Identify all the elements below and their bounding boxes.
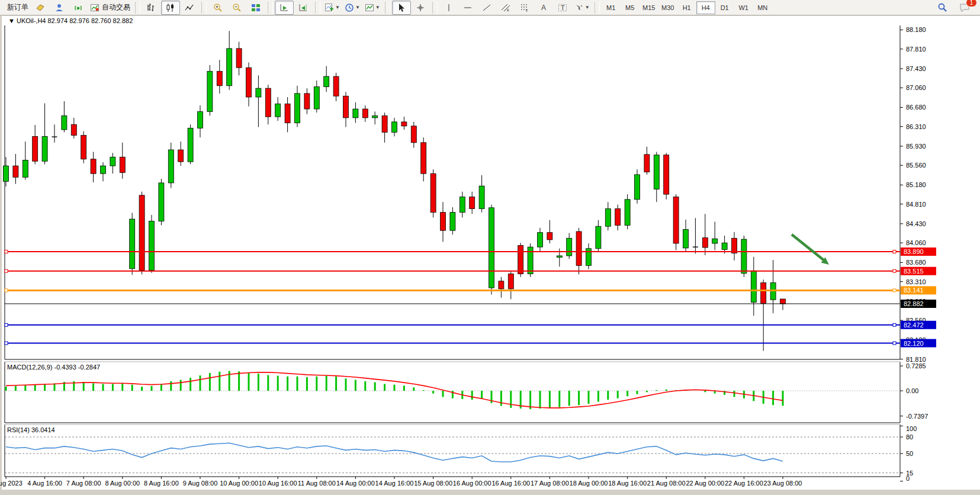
autotrading-button[interactable]: 自动交易: [88, 1, 133, 15]
search-icon[interactable]: [933, 1, 952, 15]
price-tick-label: 88.180: [906, 26, 926, 33]
periods-button[interactable]: ▼: [342, 1, 362, 15]
line-handle[interactable]: [893, 342, 896, 345]
candle: [761, 282, 766, 303]
candle: [101, 166, 106, 173]
line-handle[interactable]: [893, 323, 896, 326]
candle: [314, 87, 319, 110]
candle: [13, 166, 18, 177]
tf-MN-button[interactable]: MN: [753, 1, 772, 14]
cursor-button[interactable]: [392, 1, 411, 15]
candle: [615, 209, 621, 226]
candles-chart-button[interactable]: [161, 1, 180, 15]
macd-label: MACD(12,26,9) -0.4393 -0.2847: [7, 364, 100, 371]
line-handle[interactable]: [5, 289, 8, 292]
candle: [751, 271, 756, 302]
tf-M15-button[interactable]: M15: [640, 1, 658, 14]
time-tick-label: 16 Aug 16:00: [491, 480, 530, 487]
candle: [625, 200, 630, 226]
signals-icon[interactable]: [69, 1, 88, 15]
line-handle[interactable]: [5, 323, 8, 326]
arrows-button[interactable]: ▼: [572, 1, 592, 15]
line-handle[interactable]: [5, 269, 8, 272]
toolbar-separator: [201, 2, 207, 14]
time-tick-label: 14 Aug 00:00: [336, 480, 375, 487]
candle: [81, 136, 86, 159]
horizontal-line-button[interactable]: [458, 1, 477, 15]
time-tick-label: 15 Aug 08:00: [414, 480, 452, 487]
tf-W1-button[interactable]: W1: [734, 1, 753, 14]
line-handle[interactable]: [893, 269, 896, 272]
market-icon[interactable]: [31, 1, 50, 15]
candle: [333, 76, 339, 96]
candle: [149, 221, 155, 270]
time-tick-label: 10 Aug 16:00: [259, 480, 297, 487]
tile-windows-button[interactable]: [246, 1, 265, 15]
line-handle[interactable]: [893, 289, 896, 292]
price-tick-label: 84.430: [906, 220, 926, 227]
equidistant-channel-button[interactable]: E: [496, 1, 515, 15]
candle: [392, 122, 397, 132]
price-tick-label: 83.310: [906, 278, 926, 285]
chart-canvas[interactable]: ▼ UKOil-,H4 82.974 82.976 82.760 82.8828…: [0, 16, 980, 495]
new-order-button[interactable]: 新订单: [2, 1, 31, 15]
candle: [139, 195, 144, 271]
zoom-in-button[interactable]: [208, 1, 227, 15]
vertical-line-button[interactable]: [439, 1, 458, 15]
line-handle[interactable]: [5, 342, 8, 345]
text-button[interactable]: A: [534, 1, 553, 15]
candle: [120, 157, 125, 172]
price-badge-label: 83.890: [904, 248, 924, 255]
candle: [460, 197, 465, 212]
rsi-axis-label: 0: [906, 475, 910, 482]
candle: [430, 173, 436, 212]
candle: [198, 111, 203, 128]
price-tick-label: 87.060: [906, 84, 926, 91]
svg-text:A: A: [541, 4, 546, 12]
time-tick-label: 8 Aug 00:00: [105, 480, 140, 487]
candle: [441, 213, 446, 231]
tf-M30-button[interactable]: M30: [658, 1, 677, 14]
line-handle[interactable]: [893, 250, 896, 253]
time-tick-label: 11 Aug 08:00: [298, 480, 336, 487]
time-tick-label: 4 Aug 16:00: [27, 480, 62, 487]
tf-D1-button[interactable]: D1: [715, 1, 734, 14]
trendline-button[interactable]: [477, 1, 496, 15]
candle: [159, 183, 164, 221]
candle: [528, 247, 533, 274]
macd-axis-label: 0.00: [906, 387, 918, 394]
candle: [265, 88, 271, 117]
line-chart-button[interactable]: [180, 1, 199, 15]
tf-H1-button[interactable]: H1: [677, 1, 696, 14]
fibonacci-button[interactable]: F: [515, 1, 534, 15]
auto-scroll-button[interactable]: [275, 1, 294, 15]
new-chart-button[interactable]: ▼: [322, 1, 342, 15]
crosshair-button[interactable]: [411, 1, 430, 15]
candle: [673, 197, 679, 243]
mql5-profile-icon[interactable]: [50, 1, 69, 15]
time-tick-label: 18 Aug 16:00: [608, 480, 647, 487]
candle: [741, 239, 747, 274]
candle: [470, 197, 475, 208]
candle: [62, 115, 67, 130]
candle: [236, 49, 242, 68]
bars-chart-button[interactable]: [142, 1, 161, 15]
tf-H4-button[interactable]: H4: [696, 1, 715, 14]
candle: [353, 109, 358, 118]
line-handle[interactable]: [5, 250, 8, 253]
candle: [489, 208, 494, 288]
tf-M1-button[interactable]: M1: [602, 1, 621, 14]
notifications-icon[interactable]: 1: [955, 1, 974, 15]
candle: [508, 274, 513, 289]
price-tick-label: 81.810: [906, 356, 926, 363]
zoom-out-button[interactable]: [227, 1, 246, 15]
chart-shift-button[interactable]: [294, 1, 313, 15]
candle: [479, 186, 484, 208]
candle: [557, 256, 562, 258]
candle: [538, 233, 543, 247]
templates-button[interactable]: ▼: [362, 1, 383, 15]
text-label-button[interactable]: T: [553, 1, 572, 15]
candle: [91, 159, 96, 173]
chevron-down-icon: ▼: [375, 5, 380, 10]
tf-M5-button[interactable]: M5: [621, 1, 640, 14]
